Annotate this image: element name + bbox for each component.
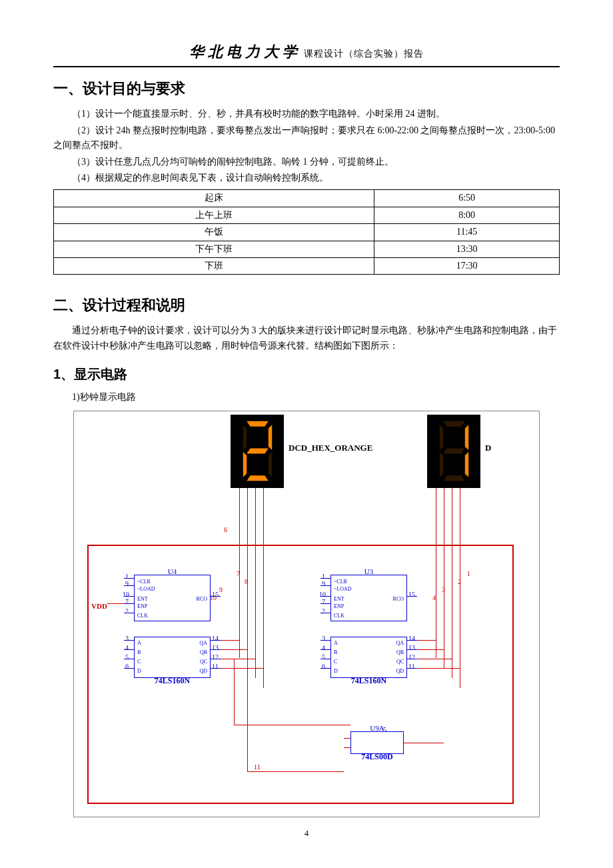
svg-marker-0 [247,421,269,427]
svg-marker-13 [443,475,465,481]
section1-title: 一、设计目的与要求 [53,77,560,100]
svg-marker-6 [247,475,269,481]
header-subtitle: 课程设计（综合实验）报告 [304,49,424,59]
svg-marker-4 [243,452,246,477]
svg-marker-7 [443,421,465,427]
requirement-3: （3）设计任意几点几分均可响铃的闹钟控制电路。响铃 1 分钟，可提前终止。 [53,155,560,169]
svg-marker-5 [268,452,271,477]
table-row: 下午下班13:30 [54,241,560,257]
chip-u3-top: U3 ~CLR ~LOAD ENT ENP CLK RCO [330,575,407,621]
gate-u9a: U9A 74LS00D 5 [350,731,404,754]
dcd-hex-label-d: D [485,441,491,455]
page-number: 4 [53,827,560,841]
seven-segment-left [231,415,284,488]
requirement-2: （2）设计 24h 整点报时控制电路，要求每整点发出一声响报时；要求只在 6:0… [53,123,560,153]
svg-marker-3 [247,449,269,454]
svg-marker-12 [464,452,468,477]
svg-marker-1 [243,425,246,450]
schedule-table: 起床6:50 上午上班8:00 午饭11:45 下午下班13:30 下班17:3… [53,189,560,275]
vdd-label: VDD [91,601,107,613]
chip-u3-bot: A B C D QA QB QC QD 74LS160N [330,637,407,678]
university-name: 华北电力大学 [189,43,301,60]
svg-marker-10 [443,449,465,454]
svg-marker-9 [464,425,468,450]
chip-u4-top: U4 ~CLR ~LOAD ENT ENP CLK RCO [134,575,211,621]
svg-marker-11 [439,452,442,477]
svg-marker-2 [268,425,271,450]
table-row: 下班17:30 [54,257,560,274]
section2-intro: 通过分析电子钟的设计要求，设计可以分为 3 大的版块来进行设计即记时显示电路、秒… [53,323,560,353]
page-header: 华北电力大学 课程设计（综合实验）报告 [53,40,560,63]
subsection-1-title: 1、显示电路 [53,363,560,385]
chip-u4-bot: A B C D QA QB QC QD 74LS160N [134,637,211,678]
section2-title: 二、设计过程和说明 [53,293,560,317]
svg-marker-8 [439,425,442,450]
red-label-6: 6 [224,525,227,535]
table-row: 午饭11:45 [54,224,560,241]
dcd-hex-label: DCD_HEX_ORANGE [289,441,372,455]
requirement-1: （1）设计一个能直接显示时、分、秒，并具有校时功能的数字电路钟。小时采用 24 … [53,107,560,121]
subsection-1-p1: 1)秒钟显示电路 [53,390,560,405]
circuit-diagram: DCD_HEX_ORANGE D 6 7 8 9 10 1 2 3 4 VDD … [73,411,540,817]
header-rule [53,66,560,67]
table-row: 上午上班8:00 [54,207,560,223]
requirement-4: （4）根据规定的作息时间表见下表，设计自动响铃控制系统。 [53,171,560,185]
table-row: 起床6:50 [54,190,560,207]
seven-segment-right [427,415,480,488]
